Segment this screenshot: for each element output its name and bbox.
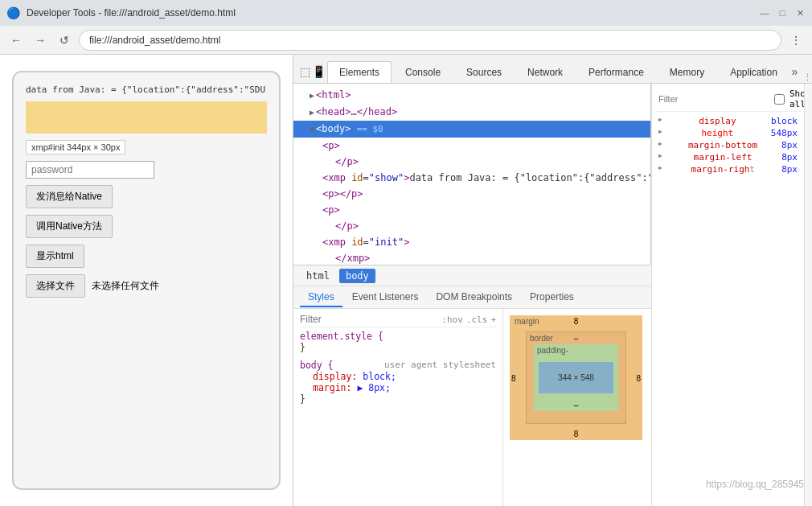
- padding-bottom-dash: –: [574, 401, 579, 409]
- css-prop-margin: margin: ▶ 8px;: [300, 382, 496, 393]
- tree-line-html[interactable]: ▶<html>: [293, 87, 650, 104]
- content-box: 344 × 548: [539, 362, 613, 393]
- computed-panel: Show all ▶display block ▶height 548px ▶m…: [651, 84, 804, 506]
- tab-properties[interactable]: Properties: [522, 288, 582, 307]
- tab-network[interactable]: Network: [515, 61, 575, 83]
- computed-row-margin-left[interactable]: ▶margin-left 8px: [655, 151, 801, 163]
- css-selector-body: body { user agent stylesheet: [300, 360, 496, 371]
- devtools-scrollbar[interactable]: [804, 84, 812, 506]
- styles-content: :hov .cls + element.style { }: [293, 309, 651, 506]
- forward-button[interactable]: →: [31, 31, 50, 50]
- css-closing-brace: }: [300, 342, 496, 353]
- back-button[interactable]: ←: [6, 31, 26, 50]
- margin-top-val: 8: [574, 317, 579, 326]
- window-controls: — □ ✕: [759, 7, 806, 19]
- computed-row-margin-right[interactable]: ▶margin-right 8px: [655, 163, 801, 175]
- hov-hint[interactable]: :hov: [441, 315, 463, 325]
- tab-sources[interactable]: Sources: [454, 61, 514, 83]
- computed-row-height[interactable]: ▶height 548px: [655, 127, 801, 139]
- tree-line-p1[interactable]: <p>: [293, 138, 650, 154]
- tab-application[interactable]: Application: [718, 61, 789, 83]
- tree-line-xmp-show[interactable]: <xmp id="show">data from Java: = {"locat…: [293, 170, 650, 186]
- tree-line-p3-close[interactable]: </p>: [293, 218, 650, 234]
- styles-left-panel: :hov .cls + element.style { }: [293, 309, 502, 506]
- maximize-button[interactable]: □: [777, 7, 788, 19]
- padding-label: padding-: [537, 346, 568, 355]
- border-label: border: [530, 334, 553, 343]
- breadcrumb-body[interactable]: body: [339, 269, 375, 283]
- tree-line-p1-close[interactable]: </p>: [293, 154, 650, 170]
- styles-filter-input[interactable]: [300, 314, 441, 325]
- android-device: data from Java: = {"location":{"address"…: [12, 71, 281, 490]
- breadcrumb-html[interactable]: html: [300, 269, 336, 283]
- cls-hint[interactable]: .cls: [466, 315, 488, 325]
- nav-bar: ← → ↺ ⋮: [0, 26, 812, 55]
- devtools-menu-button[interactable]: ⋮: [803, 72, 812, 83]
- device-icon-button[interactable]: 📱: [312, 60, 326, 83]
- tree-line-xmp-init[interactable]: <xmp id="init">: [293, 234, 650, 250]
- tree-line-head[interactable]: ▶<head>…</head>: [293, 104, 650, 121]
- devtools-bottom: html body Styles Event Listeners DOM Bre…: [293, 265, 651, 506]
- devtools-tabs: ⬚ 📱 Elements Console Sources Network Per…: [293, 55, 812, 84]
- css-selector-element: element.style {: [300, 331, 496, 342]
- devtools-panel: ⬚ 📱 Elements Console Sources Network Per…: [293, 55, 812, 506]
- css-rule-element-style: element.style { }: [300, 331, 496, 353]
- expand-arrow[interactable]: ▶: [310, 91, 314, 100]
- html-tree: ▶<html> ▶<head>…</head> ▼<body> == $0 <p…: [293, 84, 651, 265]
- chrome-icon: 🔵: [6, 6, 20, 19]
- call-native-button[interactable]: 调用Native方法: [26, 215, 113, 238]
- dom-breadcrumb: html body: [293, 265, 651, 286]
- tab-event-listeners[interactable]: Event Listeners: [344, 288, 427, 307]
- tree-line-xmp-init-close[interactable]: </xmp>: [293, 250, 650, 265]
- content-size: 344 × 548: [558, 373, 594, 382]
- file-row: 选择文件 未选择任何文件: [26, 274, 267, 298]
- show-html-button[interactable]: 显示html: [26, 245, 84, 268]
- inspect-icon-button[interactable]: ⬚: [300, 60, 310, 83]
- style-subtabs: Styles Event Listeners DOM Breakpoints P…: [293, 286, 651, 309]
- minimize-button[interactable]: —: [759, 7, 770, 19]
- computed-filter-input[interactable]: [658, 94, 769, 104]
- window-title: Developer Tools - file:///android_asset/…: [27, 7, 753, 19]
- send-native-button[interactable]: 发消息给Native: [26, 185, 113, 208]
- css-closing-brace-body: }: [300, 393, 496, 405]
- tab-console[interactable]: Console: [393, 61, 453, 83]
- android-panel: data from Java: = {"location":{"address"…: [0, 55, 293, 506]
- main-content: data from Java: = {"location":{"address"…: [0, 55, 812, 506]
- css-rule-body: body { user agent stylesheet display: bl…: [300, 360, 496, 405]
- tree-line-body[interactable]: ▼<body> == $0: [293, 121, 650, 138]
- computed-row-margin-bottom[interactable]: ▶margin-bottom 8px: [655, 139, 801, 151]
- computed-row-display[interactable]: ▶display block: [655, 115, 801, 127]
- more-tabs-button[interactable]: »: [791, 60, 798, 83]
- close-button[interactable]: ✕: [794, 7, 806, 19]
- reload-button[interactable]: ↺: [55, 31, 74, 50]
- tab-dom-breakpoints[interactable]: DOM Breakpoints: [428, 288, 520, 307]
- tab-styles[interactable]: Styles: [300, 288, 342, 307]
- tree-line-p3[interactable]: <p>: [293, 202, 650, 218]
- expand-arrow-body[interactable]: ▼: [310, 125, 314, 134]
- password-input[interactable]: [26, 161, 154, 179]
- margin-right-val: 8: [636, 373, 641, 382]
- address-bar[interactable]: [79, 30, 781, 51]
- computed-filter-bar: Show all: [655, 87, 801, 112]
- margin-bottom-val: 8: [574, 430, 579, 438]
- devtools-main-area: ▶<html> ▶<head>…</head> ▼<body> == $0 <p…: [293, 84, 812, 506]
- more-button[interactable]: ⋮: [786, 31, 806, 50]
- java-text-display: data from Java: = {"location":{"address"…: [26, 84, 267, 95]
- tab-elements[interactable]: Elements: [327, 61, 392, 83]
- choose-file-button[interactable]: 选择文件: [26, 274, 85, 298]
- show-all-checkbox[interactable]: [774, 94, 785, 105]
- box-model-diagram: margin 8 8 8 8 border –: [510, 315, 642, 440]
- element-info-badge: xmp#init 344px × 30px: [26, 140, 125, 154]
- border-dash: –: [574, 334, 579, 343]
- expand-arrow[interactable]: ▶: [310, 108, 314, 117]
- tab-memory[interactable]: Memory: [658, 61, 716, 83]
- show-all-label: Show all: [789, 88, 804, 109]
- styles-filter-bar: :hov .cls +: [300, 312, 496, 327]
- tab-performance[interactable]: Performance: [576, 61, 656, 83]
- file-status-text: 未选择任何文件: [92, 279, 159, 293]
- styles-filter-hints: :hov .cls +: [441, 315, 496, 325]
- css-prop-display: display: block;: [300, 371, 496, 382]
- tree-line-p2[interactable]: <p></p>: [293, 186, 650, 202]
- yellow-highlight-box: [26, 101, 267, 134]
- add-hint[interactable]: +: [490, 315, 496, 325]
